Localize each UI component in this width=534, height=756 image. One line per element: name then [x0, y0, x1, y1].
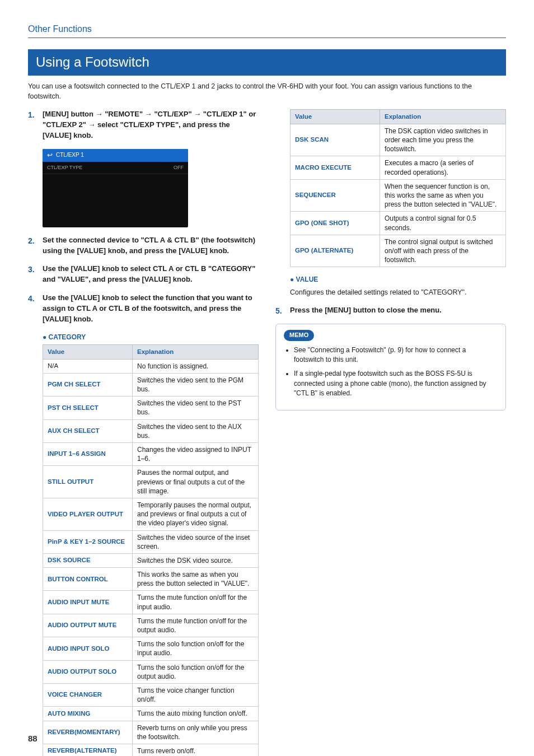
arrow-icon: → [145, 110, 152, 118]
cell-explanation: Reverb turns on only while you press the… [133, 721, 259, 744]
cell-explanation: When the sequencer function is on, this … [380, 179, 506, 212]
table-row: PinP & KEY 1–2 SOURCESwitches the video … [43, 530, 259, 553]
cell-explanation: Executes a macro (a series of recorded o… [380, 156, 506, 179]
device-screenshot: ↩ CTL/EXP 1 CTL/EXP TYPE OFF [43, 149, 188, 227]
arrow-icon: → [194, 110, 201, 118]
cell-value: BUTTON CONTROL [43, 568, 133, 591]
cell-explanation: Turns the auto mixing function on/off. [133, 707, 259, 721]
cell-value: REVERB(ALTERNATE) [43, 744, 133, 756]
table-row: DSK SCANThe DSK caption video switches i… [291, 124, 506, 156]
cell-explanation: Turns the solo function on/off for the o… [133, 660, 259, 683]
table-row: VIDEO PLAYER OUTPUTTemporarily pauses th… [43, 498, 259, 530]
cell-value: DSK SCAN [291, 124, 380, 156]
cell-value: MACRO EXECUTE [291, 156, 380, 179]
table-row: VOICE CHANGERTurns the voice changer fun… [43, 683, 259, 706]
cell-explanation: Turns the voice changer function on/off. [133, 683, 259, 706]
table-row: GPO (ALTERNATE)The control signal output… [291, 235, 506, 267]
memo-item: See "Connecting a Footswitch" (p. 9) for… [294, 346, 498, 365]
cell-value: AUTO MIXING [43, 707, 133, 721]
table-row: AUTO MIXINGTurns the auto mixing functio… [43, 707, 259, 721]
memo-badge: MEMO [284, 330, 314, 341]
cell-value: PST CH SELECT [43, 396, 133, 419]
cell-explanation: Pauses the normal output, and previews o… [133, 466, 259, 498]
cell-value: REVERB(MOMENTARY) [43, 721, 133, 744]
step-1: [MENU] button → "REMOTE" → "CTL/EXP" → "… [28, 109, 259, 141]
table-row: DSK SOURCESwitches the DSK video source. [43, 553, 259, 567]
cell-value: SEQUENCER [291, 179, 380, 212]
cell-value: AUDIO OUTPUT MUTE [43, 614, 133, 637]
cell-value: GPO (ONE SHOT) [291, 212, 380, 235]
step1-part2: "REMOTE" [103, 110, 145, 118]
cell-value: AUX CH SELECT [43, 419, 133, 442]
cell-explanation: Switches the DSK video source. [133, 553, 259, 567]
cell-value: VIDEO PLAYER OUTPUT [43, 498, 133, 530]
th-explanation: Explanation [380, 110, 506, 124]
cell-value: PGM CH SELECT [43, 373, 133, 396]
arrow-icon: → [96, 110, 103, 118]
back-arrow-icon: ↩ [47, 151, 53, 160]
step-5: Press the [MENU] button to close the men… [275, 305, 506, 316]
table-row: INPUT 1–6 ASSIGNChanges the video assign… [43, 443, 259, 466]
table-row: GPO (ONE SHOT)Outputs a control signal f… [291, 212, 506, 235]
cell-explanation: Turns the mute function on/off for the i… [133, 591, 259, 614]
table-row: AUDIO INPUT MUTETurns the mute function … [43, 591, 259, 614]
section-label: Other Functions [28, 22, 506, 38]
th-value: Value [291, 110, 380, 124]
category-table-cont: Value Explanation DSK SCANThe DSK captio… [290, 109, 506, 267]
arrow-icon: → [88, 120, 95, 129]
cell-explanation: Switches the video sent to the PST bus. [133, 396, 259, 419]
step1-part3: "CTL/EXP" [152, 110, 194, 118]
table-row: AUX CH SELECTSwitches the video sent to … [43, 419, 259, 442]
cell-explanation: Temporarily pauses the normal output, an… [133, 498, 259, 530]
table-row: PGM CH SELECTSwitches the video sent to … [43, 373, 259, 396]
cell-explanation: Switches the video sent to the PGM bus. [133, 373, 259, 396]
cell-explanation: The control signal output is switched on… [380, 235, 506, 267]
screenshot-row: CTL/EXP TYPE OFF [43, 162, 188, 174]
cell-value: AUDIO OUTPUT SOLO [43, 660, 133, 683]
table-row: BUTTON CONTROLThis works the same as whe… [43, 568, 259, 591]
screenshot-header: ↩ CTL/EXP 1 [43, 149, 188, 162]
table-row: REVERB(ALTERNATE)Turns reverb on/off. [43, 744, 259, 756]
step-4: Use the [VALUE] knob to select the funct… [28, 293, 259, 325]
table-row: STILL OUTPUTPauses the normal output, an… [43, 466, 259, 498]
cell-explanation: Changes the video assigned to INPUT 1–6. [133, 443, 259, 466]
cell-value: AUDIO INPUT MUTE [43, 591, 133, 614]
memo-list: See "Connecting a Footswitch" (p. 9) for… [284, 346, 498, 399]
table-row: SEQUENCERWhen the sequencer function is … [291, 179, 506, 212]
screenshot-row-label: CTL/EXP TYPE [47, 164, 82, 171]
th-explanation: Explanation [133, 345, 259, 360]
cell-value: VOICE CHANGER [43, 683, 133, 706]
value-description: Configures the detailed settings related… [290, 287, 506, 297]
value-subhead: VALUE [290, 275, 506, 284]
cell-explanation: Switches the video sent to the AUX bus. [133, 419, 259, 442]
cell-explanation: Outputs a control signal for 0.5 seconds… [380, 212, 506, 235]
cell-value: DSK SOURCE [43, 553, 133, 567]
memo-item: If a single-pedal type footswitch such a… [294, 369, 498, 398]
cell-explanation: Turns the solo function on/off for the i… [133, 637, 259, 660]
cell-explanation: The DSK caption video switches in order … [380, 124, 506, 156]
cell-value: PinP & KEY 1–2 SOURCE [43, 530, 133, 553]
table-row: AUDIO OUTPUT MUTETurns the mute function… [43, 614, 259, 637]
category-subhead: CATEGORY [43, 333, 259, 342]
section-title: Using a Footswitch [28, 49, 506, 76]
cell-explanation: Switches the video source of the inset s… [133, 530, 259, 553]
cell-value: INPUT 1–6 ASSIGN [43, 443, 133, 466]
category-table: Value Explanation N/ANo function is assi… [43, 344, 259, 756]
step1-part1: [MENU] button [43, 110, 96, 118]
table-row: AUDIO OUTPUT SOLOTurns the solo function… [43, 660, 259, 683]
table-row: REVERB(MOMENTARY)Reverb turns on only wh… [43, 721, 259, 744]
intro-text: You can use a footswitch connected to th… [28, 81, 506, 101]
table-row: PST CH SELECTSwitches the video sent to … [43, 396, 259, 419]
cell-value: AUDIO INPUT SOLO [43, 637, 133, 660]
step-2: Set the connected device to "CTL A & CTL… [28, 235, 259, 256]
cell-explanation: Turns the mute function on/off for the o… [133, 614, 259, 637]
cell-value: STILL OUTPUT [43, 466, 133, 498]
step-3: Use the [VALUE] knob to select CTL A or … [28, 264, 259, 285]
table-row: AUDIO INPUT SOLOTurns the solo function … [43, 637, 259, 660]
screenshot-title: CTL/EXP 1 [56, 151, 84, 160]
cell-explanation: This works the same as when you press th… [133, 568, 259, 591]
cell-value: N/A [43, 359, 133, 373]
table-row: MACRO EXECUTEExecutes a macro (a series … [291, 156, 506, 179]
screenshot-row-value: OFF [174, 164, 184, 171]
cell-explanation: No function is assigned. [133, 359, 259, 373]
